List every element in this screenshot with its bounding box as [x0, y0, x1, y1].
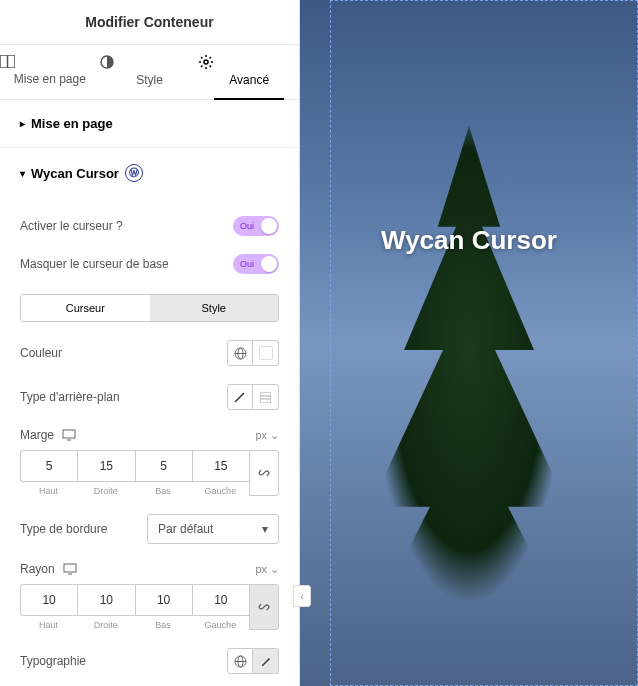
tab-advanced[interactable]: Avancé	[199, 45, 299, 99]
section-title: Mise en page	[31, 116, 113, 131]
tab-label: Avancé	[229, 73, 269, 87]
toggle-state: Oui	[233, 259, 254, 269]
chevron-right-icon: ▸	[20, 118, 25, 129]
pencil-icon[interactable]	[253, 648, 279, 674]
radius-top-input[interactable]	[20, 584, 77, 616]
typography-label: Typographie	[20, 654, 86, 668]
margin-right-input[interactable]	[77, 450, 134, 482]
desktop-icon[interactable]	[62, 429, 76, 441]
cursor-subtabs: Curseur Style	[20, 294, 279, 322]
chevron-down-icon: ⌄	[270, 563, 279, 576]
section-title: Wycan Cursor	[31, 166, 119, 181]
svg-rect-12	[64, 564, 76, 572]
subtab-cursor[interactable]: Curseur	[21, 295, 150, 321]
svg-point-3	[204, 60, 208, 64]
link-icon[interactable]	[249, 584, 279, 630]
tab-label: Style	[136, 73, 163, 87]
globe-icon[interactable]	[227, 340, 253, 366]
settings-panel: Modifier Conteneur Mise en page Style Av…	[0, 0, 300, 686]
margin-left-input[interactable]	[192, 450, 249, 482]
wycan-badge-icon: Ⓦ	[125, 164, 143, 182]
link-icon[interactable]	[249, 450, 279, 496]
svg-rect-10	[63, 430, 75, 438]
margin-unit-select[interactable]: px⌄	[255, 429, 279, 442]
brush-icon[interactable]	[227, 384, 253, 410]
margin-bottom-input[interactable]	[135, 450, 192, 482]
border-type-select[interactable]: Par défaut ▾	[147, 514, 279, 544]
chevron-down-icon: ▾	[20, 168, 25, 179]
border-type-label: Type de bordure	[20, 522, 107, 536]
color-picker-button[interactable]	[253, 340, 279, 366]
layout-icon	[0, 55, 100, 68]
globe-icon[interactable]	[227, 648, 253, 674]
panel-title: Modifier Conteneur	[0, 0, 299, 45]
contrast-icon	[100, 55, 200, 69]
toggle-knob	[261, 256, 277, 272]
bg-type-label: Type d'arrière-plan	[20, 390, 120, 404]
margin-top-input[interactable]	[20, 450, 77, 482]
color-label: Couleur	[20, 346, 62, 360]
tree-image	[339, 126, 599, 686]
section-layout-header[interactable]: ▸ Mise en page	[0, 100, 299, 148]
enable-cursor-toggle[interactable]: Oui	[233, 216, 279, 236]
preview-heading: Wycan Cursor	[300, 225, 638, 256]
toggle-state: Oui	[233, 221, 254, 231]
margin-inputs: Haut Droite Bas Gauche	[20, 450, 279, 496]
radius-bottom-input[interactable]	[135, 584, 192, 616]
radius-label: Rayon	[20, 562, 55, 576]
gear-icon	[199, 55, 299, 69]
radius-inputs: Haut Droite Bas Gauche	[20, 584, 279, 630]
tab-label: Mise en page	[14, 72, 86, 86]
chevron-down-icon: ▾	[262, 522, 268, 536]
hide-base-cursor-label: Masquer le curseur de base	[20, 257, 169, 271]
panel-collapse-handle[interactable]: ‹	[293, 585, 311, 607]
toggle-knob	[261, 218, 277, 234]
tab-layout[interactable]: Mise en page	[0, 45, 100, 99]
canvas-preview[interactable]: Wycan Cursor	[300, 0, 638, 686]
enable-cursor-label: Activer le curseur ?	[20, 219, 123, 233]
subtab-style[interactable]: Style	[150, 295, 279, 321]
radius-unit-select[interactable]: px⌄	[255, 563, 279, 576]
margin-label: Marge	[20, 428, 54, 442]
radius-left-input[interactable]	[192, 584, 249, 616]
tab-style[interactable]: Style	[100, 45, 200, 99]
gradient-icon[interactable]	[253, 384, 279, 410]
desktop-icon[interactable]	[63, 563, 77, 575]
section-cursor-body: Activer le curseur ? Oui Masquer le curs…	[0, 198, 299, 686]
chevron-left-icon: ‹	[300, 591, 303, 602]
section-cursor-header[interactable]: ▾ Wycan Cursor Ⓦ	[0, 148, 299, 198]
chevron-down-icon: ⌄	[270, 429, 279, 442]
hide-base-cursor-toggle[interactable]: Oui	[233, 254, 279, 274]
panel-tabs: Mise en page Style Avancé	[0, 45, 299, 100]
radius-right-input[interactable]	[77, 584, 134, 616]
svg-rect-7	[260, 392, 271, 403]
